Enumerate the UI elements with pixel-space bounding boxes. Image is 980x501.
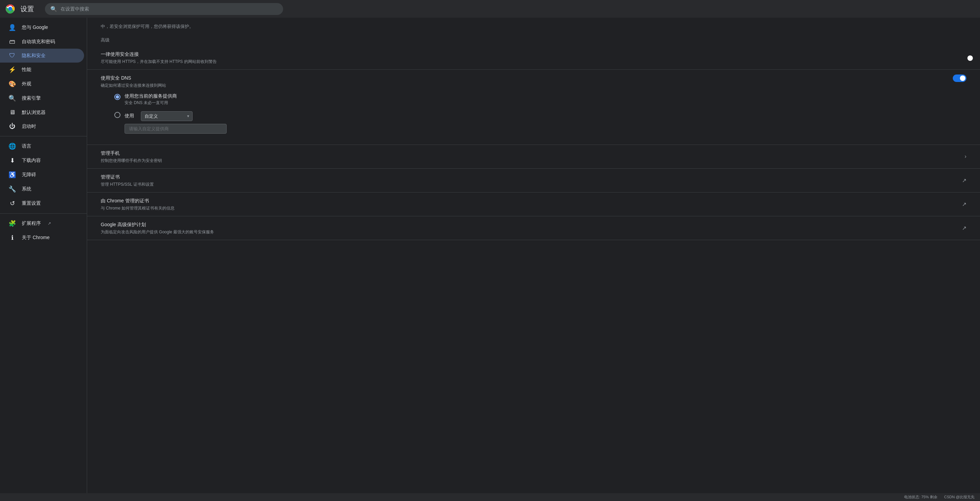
dns-radio-current[interactable] — [115, 94, 121, 100]
sidebar-item-about[interactable]: ℹ 关于 Chrome — [0, 231, 84, 245]
external-link-icon: ↗ — [48, 221, 51, 226]
sidebar-item-reset[interactable]: ↺ 重置设置 — [0, 196, 84, 211]
manage-phone-info: 管理手机 控制您使用哪些手机作为安全密钥 — [101, 150, 959, 163]
sidebar-item-search[interactable]: 🔍 搜索引擎 — [0, 91, 84, 105]
dns-custom-select-wrap: 自定义 Google (8.8.8.8) Cloudflare (1.1.1.1… — [141, 111, 192, 121]
downloads-icon: ⬇ — [8, 157, 16, 164]
dns-option-current-info: 使用您当前的服务提供商 安全 DNS 未必一直可用 — [124, 93, 177, 106]
dns-row-desc: 确定如何通过安全连接来连接到网站 — [101, 82, 953, 89]
dns-custom-input[interactable] — [124, 124, 227, 134]
sidebar-item-language[interactable]: 🌐 语言 — [0, 139, 84, 154]
shield-icon: 🛡 — [8, 52, 16, 59]
person-icon: 👤 — [8, 24, 16, 31]
search-engine-icon: 🔍 — [8, 95, 16, 102]
manage-cert-info: 管理证书 管理 HTTPS/SSL 证书和设置 — [101, 173, 956, 187]
manage-phone-title: 管理手机 — [101, 150, 959, 157]
browser-icon: 🖥 — [8, 109, 16, 116]
site-info: CSDN @比报无先 — [944, 495, 975, 499]
sidebar-item-browser[interactable]: 🖥 默认浏览器 — [0, 105, 84, 119]
search-bar[interactable]: 🔍 — [45, 3, 283, 15]
manage-phone-row[interactable]: 管理手机 控制您使用哪些手机作为安全密钥 › — [87, 145, 980, 169]
dns-row-info: 使用安全 DNS 确定如何通过安全连接来连接到网站 — [101, 75, 953, 89]
sidebar-item-accessibility[interactable]: ♿ 无障碍 — [0, 168, 84, 182]
appearance-icon: 🎨 — [8, 80, 16, 88]
dns-section: 使用安全 DNS 确定如何通过安全连接来连接到网站 ← — [87, 70, 980, 145]
dns-options: 使用您当前的服务提供商 安全 DNS 未必一直可用 使用 自定义 — [87, 93, 980, 144]
autofill-icon: 🗃 — [8, 38, 16, 45]
dns-radio-custom[interactable] — [115, 112, 121, 118]
sidebar-item-autofill[interactable]: 🗃 自动填充和密码 — [0, 35, 84, 49]
sidebar-item-startup[interactable]: ⏻ 启动时 — [0, 119, 84, 133]
sidebar-item-privacy[interactable]: 🛡 隐私和安全 — [0, 49, 84, 63]
extensions-icon: 🧩 — [8, 220, 16, 227]
sidebar-item-google[interactable]: 👤 您与 Google — [0, 21, 84, 35]
reset-icon: ↺ — [8, 200, 16, 207]
google-protection-row[interactable]: Google 高级保护计划 为面临定向攻击风险的用户提供 Google 最强大的… — [87, 216, 980, 240]
dns-option-custom: 使用 自定义 Google (8.8.8.8) Cloudflare (1.1.… — [115, 111, 966, 134]
sidebar-item-extensions[interactable]: 🧩 扩展程序 ↗ — [0, 216, 84, 231]
startup-icon: ⏻ — [8, 123, 16, 130]
chrome-cert-title: 由 Chrome 管理的证书 — [101, 197, 956, 205]
https-row-title: 一律使用安全连接 — [101, 51, 961, 58]
chrome-logo-icon — [5, 4, 15, 14]
performance-icon: ⚡ — [8, 66, 16, 73]
chrome-cert-row[interactable]: 由 Chrome 管理的证书 与 Chrome 如何管理其根证书有关的信息 ↗ — [87, 192, 980, 216]
google-protection-external: ↗ — [962, 225, 966, 231]
manage-phone-arrow: › — [965, 154, 966, 160]
chevron-right-icon: › — [965, 154, 966, 159]
system-icon: 🔧 — [8, 185, 16, 193]
sidebar-item-appearance[interactable]: 🎨 外观 — [0, 77, 84, 91]
dns-custom-input-wrap — [124, 121, 227, 134]
chrome-cert-desc: 与 Chrome 如何管理其根证书有关的信息 — [101, 205, 956, 211]
battery-status: 电池状态: 75% 剩余 — [904, 495, 937, 499]
sidebar-divider-2 — [0, 213, 87, 214]
dns-custom-row: 使用 自定义 Google (8.8.8.8) Cloudflare (1.1.… — [124, 111, 227, 121]
external-link-chrome-cert-icon: ↗ — [962, 201, 966, 207]
dns-custom-select[interactable]: 自定义 Google (8.8.8.8) Cloudflare (1.1.1.1… — [141, 111, 192, 121]
statusbar: 电池状态: 75% 剩余 CSDN @比报无先 — [0, 493, 980, 501]
about-icon: ℹ — [8, 234, 16, 241]
sidebar-item-performance[interactable]: ⚡ 性能 — [0, 63, 84, 77]
manage-cert-title: 管理证书 — [101, 173, 956, 181]
https-row-desc: 尽可能使用 HTTPS，并在加载不支持 HTTPS 的网站前收到警告 — [101, 59, 961, 65]
manage-cert-desc: 管理 HTTPS/SSL 证书和设置 — [101, 181, 956, 187]
dns-toggle-slider — [953, 75, 966, 82]
google-protection-desc: 为面临定向攻击风险的用户提供 Google 最强大的账号安保服务 — [101, 229, 956, 235]
scroll-hint-text: 中，若安全浏览保护可用，您仍将获得该保护。 — [87, 18, 980, 30]
dns-toggle-container: ← — [953, 75, 966, 82]
sidebar: 👤 您与 Google 🗃 自动填充和密码 🛡 隐私和安全 ⚡ 性能 🎨 外观 … — [0, 18, 87, 493]
manage-cert-row[interactable]: 管理证书 管理 HTTPS/SSL 证书和设置 ↗ — [87, 169, 980, 192]
https-row-info: 一律使用安全连接 尽可能使用 HTTPS，并在加载不支持 HTTPS 的网站前收… — [101, 51, 961, 65]
dns-row-title: 使用安全 DNS — [101, 75, 953, 82]
sidebar-divider — [0, 136, 87, 136]
sidebar-item-system[interactable]: 🔧 系统 — [0, 182, 84, 196]
dns-option-custom-info: 使用 自定义 Google (8.8.8.8) Cloudflare (1.1.… — [124, 111, 227, 134]
language-icon: 🌐 — [8, 143, 16, 150]
google-protection-title: Google 高级保护计划 — [101, 221, 956, 228]
search-icon: 🔍 — [50, 6, 57, 12]
manage-cert-external: ↗ — [962, 177, 966, 184]
body: 👤 您与 Google 🗃 自动填充和密码 🛡 隐私和安全 ⚡ 性能 🎨 外观 … — [0, 18, 980, 493]
dns-toggle[interactable] — [953, 75, 966, 82]
chrome-cert-external: ↗ — [962, 201, 966, 208]
manage-phone-desc: 控制您使用哪些手机作为安全密钥 — [101, 157, 959, 163]
google-protection-info: Google 高级保护计划 为面临定向攻击风险的用户提供 Google 最强大的… — [101, 221, 956, 235]
external-link-google-protection-icon: ↗ — [962, 225, 966, 231]
dns-main-row[interactable]: 使用安全 DNS 确定如何通过安全连接来连接到网站 ← — [87, 70, 980, 93]
header: 设置 🔍 — [0, 0, 980, 18]
dns-option-current[interactable]: 使用您当前的服务提供商 安全 DNS 未必一直可用 — [115, 93, 966, 106]
accessibility-icon: ♿ — [8, 171, 16, 179]
https-row[interactable]: 一律使用安全连接 尽可能使用 HTTPS，并在加载不支持 HTTPS 的网站前收… — [87, 46, 980, 70]
main-content: 中，若安全浏览保护可用，您仍将获得该保护。 高级 一律使用安全连接 尽可能使用 … — [87, 18, 980, 493]
page-title: 设置 — [21, 5, 34, 14]
external-link-cert-icon: ↗ — [962, 178, 966, 183]
sidebar-item-downloads[interactable]: ⬇ 下载内容 — [0, 154, 84, 168]
chrome-cert-info: 由 Chrome 管理的证书 与 Chrome 如何管理其根证书有关的信息 — [101, 197, 956, 211]
section-advanced-label: 高级 — [87, 30, 980, 46]
search-input[interactable] — [60, 6, 278, 11]
